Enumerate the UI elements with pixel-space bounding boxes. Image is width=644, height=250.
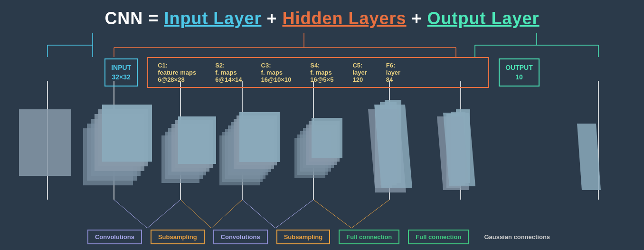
hidden-c3-name: C3: [261,62,271,69]
svg-rect-40 [178,116,216,164]
svg-line-20 [114,200,147,228]
input-label: INPUT [111,63,131,73]
hidden-s4-name: S4: [310,62,320,69]
svg-rect-28 [19,109,71,176]
hidden-c1-name: C1: [158,62,168,69]
label-full-connection-1: Full connection [339,230,399,244]
title-hidden-layers: Hidden Layers [282,9,406,28]
svg-rect-48 [239,112,280,162]
hidden-c5: C5: layer 120 [352,62,367,83]
svg-line-23 [211,200,242,228]
hidden-c5-name: C5: [352,62,362,69]
title-equals: = [143,9,164,28]
title-input-layer: Input Layer [164,9,261,28]
label-gaussian: Gaussian connections [477,231,557,243]
label-subsampling-2: Subsampling [276,230,331,244]
hidden-s4-size: 16@5×5 [310,76,333,83]
title-cnn: CNN [104,9,143,28]
layer-boxes-row: INPUT 32×32 C1: feature maps 6@28×28 S2:… [0,57,644,88]
svg-rect-34 [102,105,152,162]
input-size: 32×32 [111,73,131,82]
label-subsampling-1: Subsampling [151,230,205,244]
hidden-s2: S2: f. maps 6@14×14 [215,62,242,83]
hidden-c1-desc: feature maps [158,69,196,76]
svg-marker-66 [577,124,601,190]
hidden-c5-size: 120 [352,76,363,83]
hidden-f6: F6: layer 84 [386,62,400,83]
svg-line-27 [351,200,389,228]
hidden-c5-desc: layer [352,69,367,76]
svg-line-26 [313,200,351,228]
hidden-s4-desc: f. maps [310,69,332,76]
bottom-labels: Convolutions Subsampling Convolutions Su… [0,230,644,244]
svg-rect-55 [312,118,342,158]
svg-line-21 [147,200,180,228]
input-box: INPUT 32×32 [104,58,138,87]
hidden-s2-desc: f. maps [215,69,237,76]
hidden-box: C1: feature maps 6@28×28 S2: f. maps 6@1… [147,57,489,88]
title-plus1: + [261,9,282,28]
svg-line-24 [242,200,275,228]
page-title: CNN = Input Layer + Hidden Layers + Outp… [0,0,644,29]
hidden-f6-name: F6: [386,62,396,69]
label-convolutions-2: Convolutions [213,230,268,244]
label-full-connection-2: Full connection [408,230,469,244]
hidden-f6-desc: layer [386,69,400,76]
hidden-c3: C3: f. maps 16@10×10 [261,62,292,83]
title-output-layer: Output Layer [427,9,540,28]
hidden-s2-name: S2: [215,62,225,69]
hidden-c3-size: 16@10×10 [261,76,292,83]
hidden-s2-size: 6@14×14 [215,76,242,83]
svg-line-22 [180,200,211,228]
output-label: OUTPUT [505,63,533,73]
hidden-c1: C1: feature maps 6@28×28 [158,62,196,83]
hidden-c1-size: 6@28×28 [158,76,184,83]
output-size: 10 [505,73,533,82]
hidden-c3-desc: f. maps [261,69,283,76]
title-plus2: + [407,9,427,28]
hidden-f6-size: 84 [386,76,393,83]
svg-line-25 [275,200,313,228]
output-box: OUTPUT 10 [499,58,540,87]
hidden-s4: S4: f. maps 16@5×5 [310,62,333,83]
label-convolutions-1: Convolutions [87,230,142,244]
